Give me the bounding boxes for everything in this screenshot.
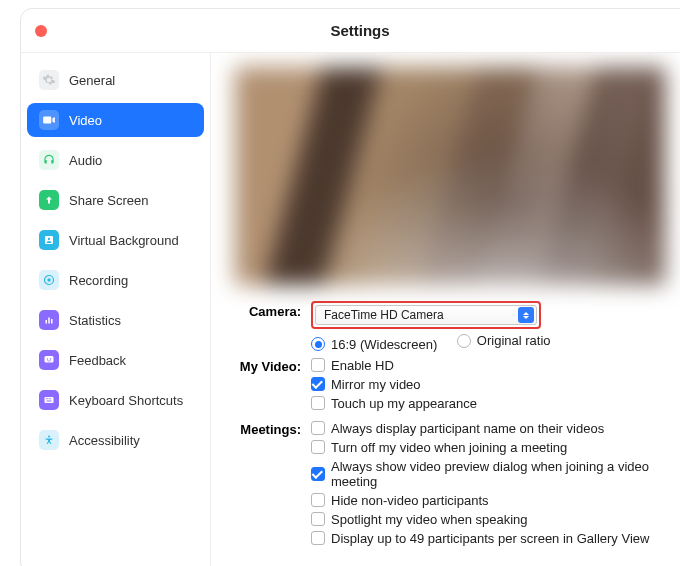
sidebar-item-label: Keyboard Shortcuts — [69, 393, 183, 408]
sidebar-item-video[interactable]: Video — [27, 103, 204, 137]
sidebar-item-label: Virtual Background — [69, 233, 179, 248]
svg-point-1 — [48, 238, 50, 240]
svg-point-13 — [48, 436, 50, 438]
sidebar-item-label: Feedback — [69, 353, 126, 368]
sidebar-item-accessibility[interactable]: Accessibility — [27, 423, 204, 457]
radio-16-9-label: 16:9 (Widescreen) — [331, 337, 437, 352]
settings-window: Settings General Video Audio — [20, 8, 680, 566]
video-settings-form: Camera: FaceTime HD Camera — [235, 301, 679, 548]
checkbox-hide-non-video-label: Hide non-video participants — [331, 493, 489, 508]
checkbox-enable-hd[interactable] — [311, 358, 325, 372]
sidebar-item-label: Recording — [69, 273, 128, 288]
radio-original-ratio[interactable] — [457, 334, 471, 348]
checkbox-preview-dialog[interactable] — [311, 467, 325, 481]
sidebar-item-label: Audio — [69, 153, 102, 168]
sidebar-item-virtual-background[interactable]: Virtual Background — [27, 223, 204, 257]
checkbox-mirror-video[interactable] — [311, 377, 325, 391]
checkbox-turn-off-video[interactable] — [311, 440, 325, 454]
radio-16-9[interactable] — [311, 337, 325, 351]
virtual-background-icon — [39, 230, 59, 250]
svg-rect-9 — [47, 398, 48, 399]
video-camera-icon — [39, 110, 59, 130]
row-my-video: My Video: Enable HD Mirror my video Touc… — [235, 356, 679, 413]
video-preview — [235, 67, 665, 285]
checkbox-enable-hd-label: Enable HD — [331, 358, 394, 373]
sidebar-item-recording[interactable]: Recording — [27, 263, 204, 297]
close-window-button[interactable] — [35, 25, 47, 37]
svg-rect-8 — [46, 398, 47, 399]
svg-rect-11 — [50, 398, 51, 399]
row-camera: Camera: FaceTime HD Camera — [235, 301, 679, 329]
checkbox-49-participants-label: Display up to 49 participants per screen… — [331, 531, 649, 546]
chevron-up-down-icon — [518, 307, 534, 323]
checkbox-spotlight[interactable] — [311, 512, 325, 526]
sidebar-item-label: General — [69, 73, 115, 88]
sidebar-item-label: Video — [69, 113, 102, 128]
sidebar-item-label: Accessibility — [69, 433, 140, 448]
titlebar: Settings — [21, 9, 680, 53]
checkbox-display-name-label: Always display participant name on their… — [331, 421, 604, 436]
svg-point-6 — [50, 358, 51, 359]
sidebar-item-share-screen[interactable]: Share Screen — [27, 183, 204, 217]
camera-select-value: FaceTime HD Camera — [324, 308, 444, 322]
checkbox-display-name[interactable] — [311, 421, 325, 435]
sidebar-item-general[interactable]: General — [27, 63, 204, 97]
headphones-icon — [39, 150, 59, 170]
statistics-icon — [39, 310, 59, 330]
radio-original-ratio-label: Original ratio — [477, 333, 551, 348]
keyboard-icon — [39, 390, 59, 410]
camera-label: Camera: — [235, 301, 311, 319]
checkbox-spotlight-label: Spotlight my video when speaking — [331, 512, 528, 527]
checkbox-preview-dialog-label: Always show video preview dialog when jo… — [331, 459, 679, 489]
sidebar-item-audio[interactable]: Audio — [27, 143, 204, 177]
checkbox-hide-non-video[interactable] — [311, 493, 325, 507]
recording-icon — [39, 270, 59, 290]
row-aspect-ratio: 16:9 (Widescreen) Original ratio — [235, 333, 679, 352]
checkbox-mirror-video-label: Mirror my video — [331, 377, 421, 392]
sidebar-item-label: Share Screen — [69, 193, 149, 208]
svg-rect-7 — [45, 397, 54, 403]
checkbox-touch-up-label: Touch up my appearance — [331, 396, 477, 411]
sidebar-item-statistics[interactable]: Statistics — [27, 303, 204, 337]
content-pane: Camera: FaceTime HD Camera — [211, 53, 680, 566]
svg-point-5 — [47, 358, 48, 359]
svg-point-3 — [47, 278, 51, 282]
camera-select[interactable]: FaceTime HD Camera — [315, 305, 537, 325]
svg-rect-4 — [45, 356, 54, 363]
row-meetings: Meetings: Always display participant nam… — [235, 419, 679, 548]
sidebar-item-keyboard-shortcuts[interactable]: Keyboard Shortcuts — [27, 383, 204, 417]
share-screen-icon — [39, 190, 59, 210]
sidebar-item-feedback[interactable]: Feedback — [27, 343, 204, 377]
svg-rect-12 — [47, 401, 52, 402]
meetings-label: Meetings: — [235, 419, 311, 437]
window-title: Settings — [330, 22, 389, 39]
accessibility-icon — [39, 430, 59, 450]
sidebar: General Video Audio Share Screen — [21, 53, 211, 566]
checkbox-49-participants[interactable] — [311, 531, 325, 545]
camera-select-highlight: FaceTime HD Camera — [311, 301, 541, 329]
checkbox-touch-up[interactable] — [311, 396, 325, 410]
gear-icon — [39, 70, 59, 90]
svg-rect-10 — [49, 398, 50, 399]
feedback-icon — [39, 350, 59, 370]
checkbox-turn-off-video-label: Turn off my video when joining a meeting — [331, 440, 567, 455]
sidebar-item-label: Statistics — [69, 313, 121, 328]
window-body: General Video Audio Share Screen — [21, 53, 680, 566]
my-video-label: My Video: — [235, 356, 311, 374]
